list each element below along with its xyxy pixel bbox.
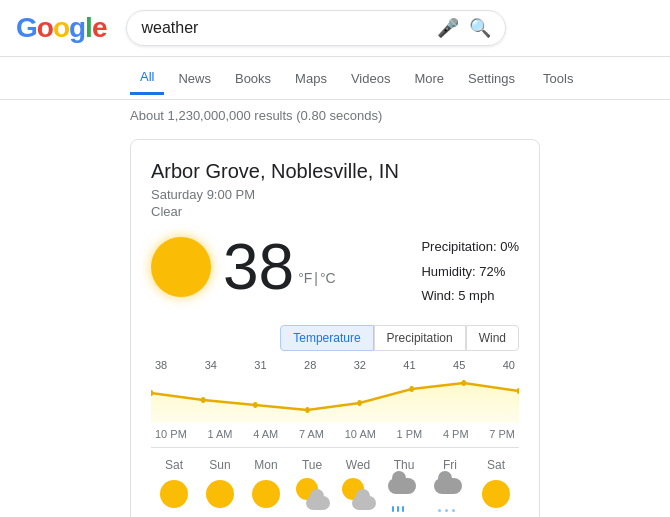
weather-left: 38°F | °C [151,235,336,299]
svg-point-6 [409,386,414,392]
tab-tools[interactable]: Tools [533,63,583,94]
results-count: About 1,230,000,000 results (0.80 second… [0,100,670,131]
weather-condition: Clear [151,204,519,219]
sun-icon-sat2 [482,480,510,508]
partly-cloudy-icon-wed [340,476,376,512]
chart-labels-top: 38 34 31 28 32 41 45 40 [151,359,519,371]
svg-point-7 [462,380,467,386]
forecast-row: Sat 54° 27° Sun 47° 33° Mon 57° 42° Tue [151,447,519,517]
precipitation-label: Precipitation: 0% [421,235,519,260]
tab-books[interactable]: Books [225,63,281,94]
forecast-day-mon: Mon 57° 42° [243,458,289,517]
tab-settings[interactable]: Settings [458,63,525,94]
header: Google 🎤 🔍 [0,0,670,57]
svg-point-3 [253,402,258,408]
sun-icon-sat1 [160,480,188,508]
forecast-day-sat2: Sat 47° 32° [473,458,519,517]
sun-icon-mon [252,480,280,508]
precipitation-btn[interactable]: Precipitation [374,325,466,351]
forecast-day-sun: Sun 47° 33° [197,458,243,517]
tab-videos[interactable]: Videos [341,63,401,94]
nav-tabs: All News Books Maps Videos More Settings… [0,57,670,100]
tab-all[interactable]: All [130,61,164,95]
weather-card: Arbor Grove, Noblesville, IN Saturday 9:… [130,139,540,517]
forecast-day-sat1: Sat 54° 27° [151,458,197,517]
svg-point-5 [357,400,362,406]
weather-right: Precipitation: 0% Humidity: 72% Wind: 5 … [421,235,519,309]
search-icon[interactable]: 🔍 [469,17,491,39]
weather-location: Arbor Grove, Noblesville, IN [151,160,519,183]
forecast-day-wed: Wed 52° 39° [335,458,381,517]
rain-icon-thu [386,476,422,512]
forecast-day-thu: Thu 50° 31° [381,458,427,517]
temperature-display: 38°F | °C [223,235,336,299]
chart-svg [151,373,519,423]
chart-times: 10 PM 1 AM 4 AM 7 AM 10 AM 1 PM 4 PM 7 P… [151,428,519,440]
weather-datetime: Saturday 9:00 PM [151,187,519,202]
wind-btn[interactable]: Wind [466,325,519,351]
temperature-btn[interactable]: Temperature [280,325,373,351]
humidity-label: Humidity: 72% [421,260,519,285]
snow-icon-fri [432,476,468,512]
partly-cloudy-icon-tue [294,476,330,512]
temperature-chart: 38 34 31 28 32 41 45 40 [151,359,519,439]
wind-label: Wind: 5 mph [421,284,519,309]
weather-main: 38°F | °C Precipitation: 0% Humidity: 72… [151,235,519,309]
search-bar: 🎤 🔍 [126,10,506,46]
weather-sun-icon [151,237,211,297]
chart-buttons: Temperature Precipitation Wind [280,325,519,351]
google-logo: Google [16,12,106,44]
microphone-icon[interactable]: 🎤 [437,17,459,39]
tab-maps[interactable]: Maps [285,63,337,94]
sun-icon-sun [206,480,234,508]
svg-point-4 [305,407,310,413]
forecast-day-fri: Fri 41° 28° [427,458,473,517]
svg-marker-0 [151,383,519,423]
tab-news[interactable]: News [168,63,221,94]
tab-more[interactable]: More [404,63,454,94]
forecast-day-tue: Tue 58° 37° [289,458,335,517]
search-input[interactable] [141,19,429,37]
svg-point-2 [201,397,206,403]
